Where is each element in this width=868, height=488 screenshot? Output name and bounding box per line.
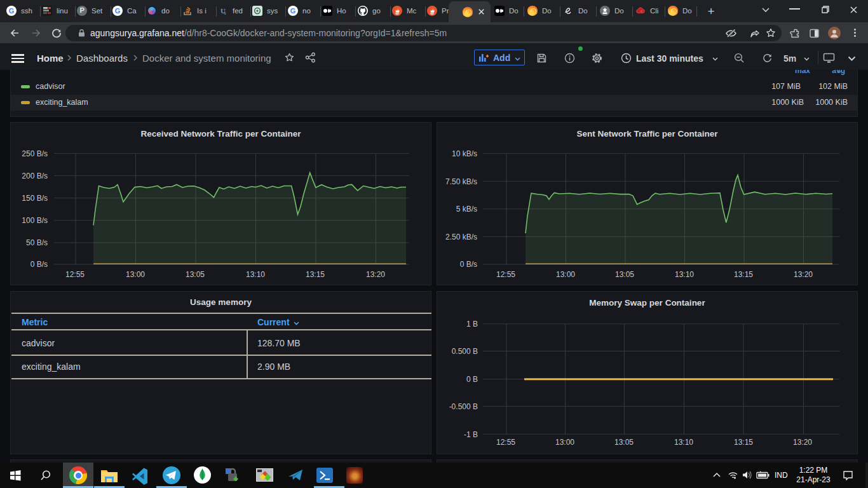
svg-text:G: G [115, 7, 121, 15]
svg-text:s: s [224, 10, 226, 16]
svg-text:G: G [290, 7, 296, 15]
svg-text:G: G [9, 7, 15, 15]
